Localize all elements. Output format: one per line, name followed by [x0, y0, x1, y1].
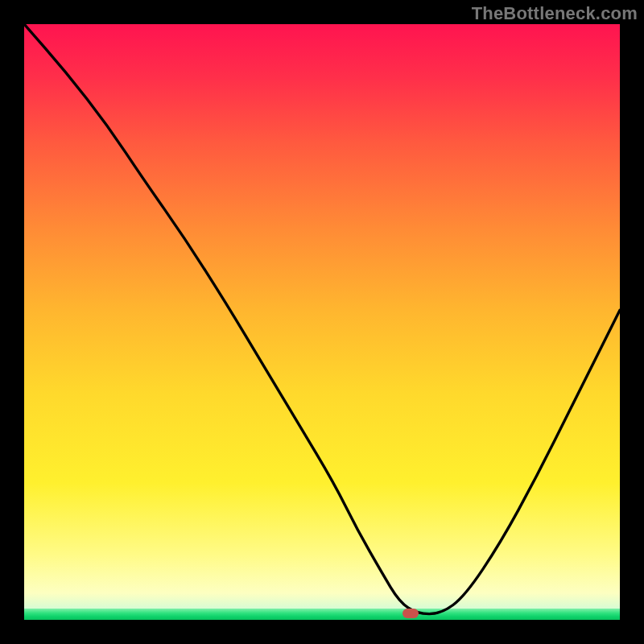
chart-stage: TheBottleneck.com	[0, 0, 644, 644]
watermark-text: TheBottleneck.com	[472, 3, 638, 24]
bottleneck-curve	[24, 24, 620, 620]
plot-area	[24, 24, 620, 620]
optimum-marker	[402, 609, 419, 618]
